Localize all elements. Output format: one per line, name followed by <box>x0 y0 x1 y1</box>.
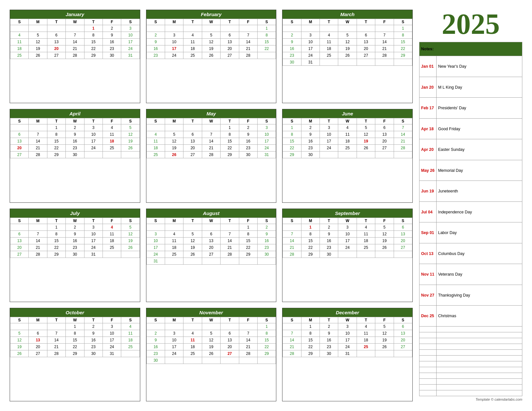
notes-empty-cell <box>419 338 437 344</box>
calendar-day <box>338 25 357 32</box>
calendar-day <box>257 258 276 264</box>
calendar-day <box>29 224 47 230</box>
calendar-day: 3 <box>103 323 121 330</box>
holiday-date: Nov 27 <box>419 285 437 306</box>
calendar-day: 8 <box>47 230 65 237</box>
month-october: OctoberSMTWTFS12345678910111213141516171… <box>10 308 140 401</box>
calendar-day: 20 <box>183 145 202 152</box>
holiday-name: Juneteenth <box>436 181 522 202</box>
holiday-name: Christmas <box>436 306 522 327</box>
calendar-day: 27 <box>221 52 239 59</box>
notes-header: Notes: <box>419 42 522 56</box>
notes-empty-row <box>419 356 522 361</box>
calendar-day: 30 <box>239 152 257 158</box>
calendar-day: 6 <box>375 124 394 131</box>
calendar-day: 1 <box>301 224 320 230</box>
calendar-day: 20 <box>394 237 412 244</box>
calendar-day: 31 <box>301 59 320 66</box>
calendar-day: 15 <box>221 138 239 145</box>
day-header-T: T <box>221 19 239 25</box>
notes-table: Notes: Jan 01New Year's DayJan 20M L Kin… <box>419 42 522 396</box>
calendar-day: 18 <box>10 45 29 52</box>
day-header-T: T <box>47 19 65 25</box>
calendar-day: 12 <box>202 39 220 45</box>
day-header-S: S <box>283 317 301 323</box>
calendar-day: 9 <box>146 39 165 45</box>
holiday-date: Apr 20 <box>419 139 437 160</box>
notes-empty-cell <box>436 379 522 385</box>
calendar-day: 5 <box>29 32 47 39</box>
calendar-day: 5 <box>338 32 357 39</box>
day-header-T: T <box>357 218 375 224</box>
calendar-day: 3 <box>338 224 357 230</box>
cal-grid-june: SMTWTFS123456789101112131415161718192021… <box>282 118 412 158</box>
day-header-M: M <box>29 19 47 25</box>
calendar-day: 30 <box>146 357 165 364</box>
notes-empty-row <box>419 350 522 356</box>
calendar-day: 13 <box>10 237 29 244</box>
calendar-day: 16 <box>66 138 84 145</box>
notes-empty-cell <box>436 332 522 338</box>
day-header-T: T <box>47 317 65 323</box>
calendar-day: 7 <box>394 124 412 131</box>
calendar-day <box>375 59 394 66</box>
calendar-day: 29 <box>84 52 103 59</box>
calendar-day: 31 <box>84 251 103 258</box>
calendar-day <box>239 323 257 330</box>
calendar-day: 21 <box>202 145 220 152</box>
day-header-M: M <box>165 317 183 323</box>
calendar-day: 19 <box>165 145 183 152</box>
calendar-day: 24 <box>84 145 103 152</box>
calendar-day: 15 <box>47 237 65 244</box>
calendar-day: 27 <box>10 152 29 158</box>
holiday-row: Jul 04Independence Day <box>419 201 522 222</box>
notes-empty-row <box>419 367 522 373</box>
calendar-day <box>10 323 29 330</box>
calendar-day: 8 <box>239 230 257 237</box>
calendar-day <box>202 357 220 364</box>
calendar-day <box>338 59 357 66</box>
calendar-day: 25 <box>146 152 165 158</box>
calendar-day: 5 <box>183 230 202 237</box>
calendar-day: 23 <box>84 343 103 350</box>
calendar-day: 14 <box>202 138 220 145</box>
notes-empty-cell <box>419 385 437 390</box>
day-header-W: W <box>66 317 84 323</box>
holiday-date: Jul 04 <box>419 201 437 222</box>
calendar-day: 24 <box>320 145 338 152</box>
month-header-january: January <box>10 10 140 19</box>
calendar-day: 10 <box>165 337 183 343</box>
calendar-day: 28 <box>394 145 412 152</box>
calendar-day: 14 <box>375 39 394 45</box>
calendar-day: 28 <box>47 350 65 357</box>
calendar-day: 22 <box>283 145 301 152</box>
calendar-day: 21 <box>239 45 257 52</box>
day-header-S: S <box>394 118 412 124</box>
calendar-day <box>357 251 375 258</box>
month-november: NovemberSMTWTFS1234567891011121314151617… <box>146 308 277 401</box>
notes-empty-cell <box>419 350 437 356</box>
calendar-day: 13 <box>394 330 412 337</box>
calendar-day <box>375 251 394 258</box>
day-header-M: M <box>301 118 320 124</box>
calendar-day: 12 <box>357 131 375 138</box>
calendar-day: 30 <box>66 152 84 158</box>
calendar-day: 10 <box>103 330 121 337</box>
calendar-day: 8 <box>257 32 276 39</box>
calendar-day: 19 <box>202 45 220 52</box>
calendar-day: 9 <box>66 131 84 138</box>
calendar-day: 13 <box>183 138 202 145</box>
calendar-day <box>121 251 140 258</box>
calendar-day: 31 <box>121 52 140 59</box>
calendar-day: 2 <box>103 25 121 32</box>
calendar-day: 5 <box>121 124 140 131</box>
calendar-day <box>221 258 239 264</box>
month-august: AugustSMTWTFS123456789101112131415161718… <box>146 209 277 302</box>
calendar-day: 15 <box>301 237 320 244</box>
month-december: DecemberSMTWTFS1234567891011121314151617… <box>282 308 413 401</box>
calendar-day: 8 <box>283 131 301 138</box>
calendar-day <box>183 25 202 32</box>
day-header-T: T <box>183 218 202 224</box>
day-header-S: S <box>257 218 276 224</box>
holiday-date: May 26 <box>419 160 437 181</box>
